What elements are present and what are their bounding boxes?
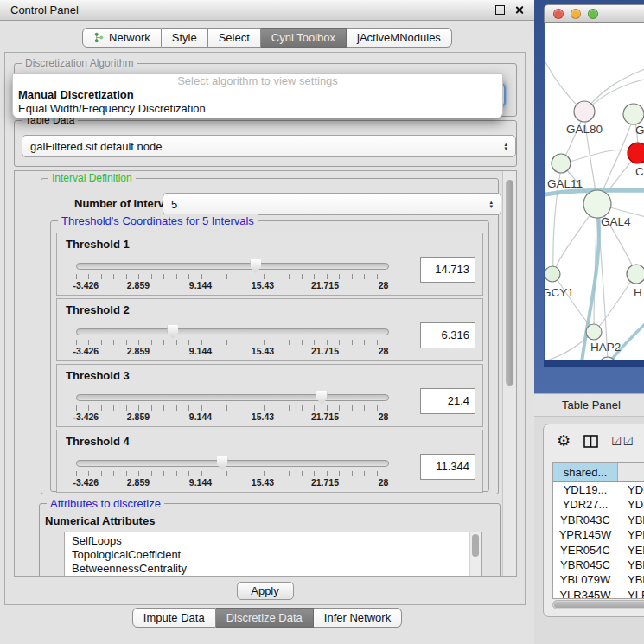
slider-thumb[interactable] bbox=[217, 456, 228, 470]
popup-option-manual-discretization[interactable]: Manual Discretization bbox=[13, 88, 502, 102]
tab-jactivemnodules[interactable]: jActiveMNodules bbox=[347, 28, 452, 48]
apply-button[interactable]: Apply bbox=[237, 582, 294, 600]
tick-label: 21.715 bbox=[311, 280, 339, 290]
table-row[interactable]: YPR145WYPR1 bbox=[553, 527, 644, 542]
slider-track[interactable] bbox=[76, 263, 389, 270]
cell-shared-name[interactable]: YBL079W bbox=[553, 572, 617, 587]
cell-name[interactable]: YBR0 bbox=[617, 513, 644, 527]
scrollbar-thumb[interactable] bbox=[554, 602, 644, 608]
slider-thumb[interactable] bbox=[250, 259, 261, 273]
table-row[interactable]: YLR345WYLR3 bbox=[553, 588, 644, 599]
network-node[interactable] bbox=[586, 324, 602, 340]
slider-track[interactable] bbox=[76, 460, 389, 467]
select-all-checkbox-icon[interactable]: ☑ bbox=[623, 435, 634, 448]
table-row[interactable]: YER054CYER0 bbox=[553, 543, 644, 558]
combobox-arrows-icon: ▴▾ bbox=[489, 200, 493, 208]
tab-cyni-toolbox[interactable]: Cyni Toolbox bbox=[261, 28, 347, 48]
threshold-slider[interactable]: -3.4262.8599.14415.4321.71528 bbox=[76, 456, 387, 489]
table-horizontal-scrollbar[interactable] bbox=[552, 600, 644, 609]
table-row[interactable]: YBR043CYBR0 bbox=[553, 513, 644, 527]
threshold-slider[interactable]: -3.4262.8599.14415.4321.71528 bbox=[76, 391, 387, 424]
cell-name[interactable]: YLR3 bbox=[617, 588, 644, 599]
group-title: Discretization Algorithm bbox=[22, 57, 137, 69]
settings-gear-icon[interactable]: ⚙ bbox=[557, 433, 571, 449]
tab-discretize-data[interactable]: Discretize Data bbox=[216, 608, 314, 628]
close-icon[interactable] bbox=[514, 5, 524, 15]
network-node[interactable] bbox=[545, 266, 560, 282]
tick-label: 15.43 bbox=[252, 477, 274, 488]
slider-thumb[interactable] bbox=[167, 325, 178, 339]
node-label: GAL4 bbox=[601, 215, 631, 228]
close-traffic-light-icon[interactable] bbox=[553, 9, 564, 19]
scrollbar-thumb[interactable] bbox=[472, 534, 479, 557]
split-columns-icon[interactable] bbox=[583, 435, 598, 448]
table-data-group: Table Data galFiltered.sif default node … bbox=[14, 120, 517, 167]
table-row[interactable]: YDL19...YDL1 bbox=[553, 482, 644, 497]
threshold-value-field[interactable]: 6.316 bbox=[420, 322, 475, 348]
slider-track[interactable] bbox=[76, 394, 389, 401]
scrollbar-thumb[interactable] bbox=[506, 180, 513, 386]
tab-infer-network[interactable]: Infer Network bbox=[314, 608, 402, 628]
cell-name[interactable]: YBL0 bbox=[617, 572, 644, 587]
list-vertical-scrollbar[interactable] bbox=[469, 532, 481, 577]
slider-track[interactable] bbox=[76, 328, 389, 335]
tab-network[interactable]: Network bbox=[82, 28, 162, 48]
panel-vertical-scrollbar[interactable] bbox=[502, 171, 516, 576]
cell-shared-name[interactable]: YDR27... bbox=[553, 497, 617, 512]
tab-impute-data[interactable]: Impute Data bbox=[132, 608, 216, 628]
column-header-name[interactable]: na bbox=[618, 463, 644, 481]
network-canvas[interactable]: GAL80GGAL11CGAL4GCY1HHAP2 bbox=[544, 23, 644, 360]
cell-shared-name[interactable]: YBR045C bbox=[553, 558, 617, 572]
desktop-right-area: GAL80GGAL11CGAL4GCY1HHAP2 Table Panel ⚙ … bbox=[534, 0, 644, 644]
network-view-window[interactable]: GAL80GGAL11CGAL4GCY1HHAP2 bbox=[544, 4, 644, 367]
attribute-list-item[interactable]: BetweennessCentrality bbox=[72, 562, 481, 576]
tick-label: -3.426 bbox=[73, 411, 99, 422]
cell-shared-name[interactable]: YER054C bbox=[553, 543, 617, 558]
cell-name[interactable]: YER0 bbox=[617, 543, 644, 558]
cell-shared-name[interactable]: YPR145W bbox=[553, 527, 617, 542]
threshold-value-field[interactable]: 21.4 bbox=[420, 388, 475, 414]
table-row[interactable]: YBL079WYBL0 bbox=[553, 572, 644, 587]
threshold-rows: Threshold 1-3.4262.8599.14415.4321.71528… bbox=[56, 233, 483, 495]
table-panel-title: Table Panel bbox=[562, 399, 621, 411]
select-all-checkbox-icon[interactable]: ☑ bbox=[611, 435, 622, 448]
threshold-slider[interactable]: -3.4262.8599.14415.4321.71528 bbox=[76, 325, 387, 358]
node-table[interactable]: shared... na YDL19...YDL1YDR27...YDR2YBR… bbox=[552, 462, 644, 599]
table-row[interactable]: YDR27...YDR2 bbox=[553, 497, 644, 512]
network-node[interactable] bbox=[583, 190, 611, 218]
attribute-list-item[interactable]: TopologicalCoefficient bbox=[72, 548, 481, 562]
attribute-list-item[interactable]: SelfLoops bbox=[72, 534, 481, 548]
float-window-icon[interactable] bbox=[495, 5, 505, 15]
cytoscape-desktop: Control Panel NetworkStyleSelectCyni Too… bbox=[0, 0, 644, 644]
minimize-traffic-light-icon[interactable] bbox=[571, 9, 581, 19]
network-window-titlebar[interactable] bbox=[544, 4, 644, 23]
tab-label: Select bbox=[219, 31, 250, 44]
cell-shared-name[interactable]: YLR345W bbox=[553, 588, 617, 599]
cell-name[interactable]: YDL1 bbox=[617, 482, 644, 497]
network-node[interactable] bbox=[623, 104, 644, 124]
tab-style[interactable]: Style bbox=[162, 28, 208, 48]
threshold-value-field[interactable]: 14.713 bbox=[420, 257, 475, 283]
tick-label: 9.144 bbox=[189, 411, 212, 422]
tab-select[interactable]: Select bbox=[208, 28, 261, 48]
cell-shared-name[interactable]: YBR043C bbox=[553, 513, 617, 527]
table-row[interactable]: YBR045CYBR0 bbox=[553, 558, 644, 572]
slider-thumb[interactable] bbox=[316, 391, 328, 405]
network-node[interactable] bbox=[574, 101, 595, 122]
cell-shared-name[interactable]: YDL19... bbox=[553, 482, 617, 497]
slider-ticks bbox=[76, 471, 389, 476]
network-node[interactable] bbox=[552, 154, 571, 173]
table-data-combobox[interactable]: galFiltered.sif default node ▴▾ bbox=[22, 135, 516, 157]
popup-option-equal-width-frequency[interactable]: Equal Width/Frequency Discretization bbox=[13, 102, 502, 116]
cell-name[interactable]: YBR0 bbox=[617, 558, 644, 572]
network-node[interactable] bbox=[627, 265, 644, 284]
cell-name[interactable]: YPR1 bbox=[617, 527, 644, 542]
cell-name[interactable]: YDR2 bbox=[617, 497, 644, 512]
column-header-shared-name[interactable]: shared... bbox=[553, 463, 618, 481]
numerical-attributes-list[interactable]: SelfLoopsTopologicalCoefficientBetweenne… bbox=[64, 532, 482, 577]
zoom-traffic-light-icon[interactable] bbox=[588, 9, 598, 19]
number-of-intervals-combobox[interactable]: 5 ▴▾ bbox=[163, 193, 501, 215]
threshold-value-field[interactable]: 11.344 bbox=[420, 454, 475, 480]
network-node[interactable] bbox=[628, 143, 644, 163]
threshold-slider[interactable]: -3.4262.8599.14415.4321.71528 bbox=[76, 259, 387, 292]
